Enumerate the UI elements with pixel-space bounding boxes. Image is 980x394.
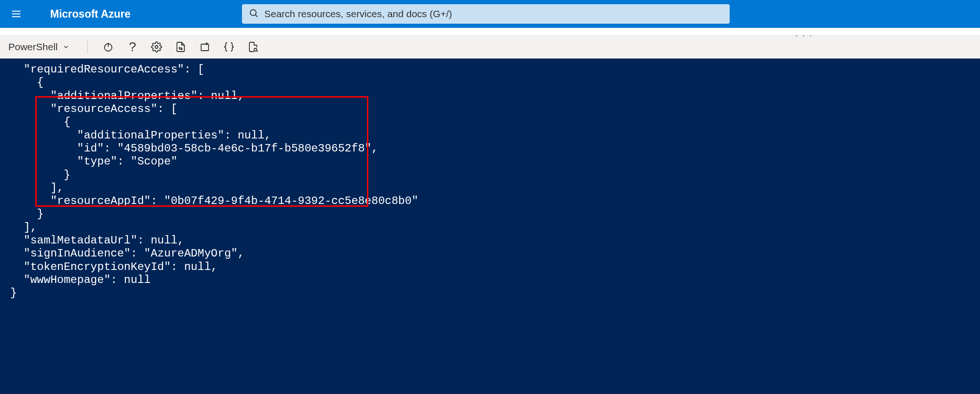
restart-button[interactable] bbox=[99, 38, 118, 56]
file-preview-icon bbox=[248, 41, 259, 53]
svg-point-13 bbox=[254, 48, 257, 51]
cloudshell-toolbar: PowerShell ? bbox=[0, 35, 980, 59]
help-icon: ? bbox=[129, 40, 136, 53]
shell-selector[interactable]: PowerShell bbox=[8, 41, 79, 53]
svg-line-14 bbox=[257, 51, 258, 52]
terminal-output[interactable]: "requiredResourceAccess": [ { "additiona… bbox=[0, 59, 980, 394]
toolbar-divider bbox=[87, 40, 88, 53]
gear-icon bbox=[151, 41, 162, 53]
azure-topbar: Microsoft Azure bbox=[0, 0, 980, 28]
new-session-icon bbox=[199, 41, 210, 53]
upload-download-button[interactable] bbox=[171, 38, 190, 56]
highlight-box bbox=[35, 96, 368, 207]
svg-rect-10 bbox=[201, 44, 209, 51]
shell-selector-label: PowerShell bbox=[8, 41, 58, 53]
overflow-dots[interactable]: . . . bbox=[795, 29, 813, 37]
global-search[interactable] bbox=[242, 4, 730, 24]
editor-button[interactable] bbox=[220, 38, 238, 56]
svg-point-7 bbox=[155, 46, 158, 48]
svg-point-3 bbox=[250, 10, 256, 16]
search-input[interactable] bbox=[264, 8, 723, 20]
settings-button[interactable] bbox=[147, 38, 166, 56]
preview-button[interactable] bbox=[244, 38, 262, 56]
brand-title[interactable]: Microsoft Azure bbox=[50, 8, 131, 20]
file-transfer-icon bbox=[175, 41, 186, 53]
svg-line-4 bbox=[255, 15, 258, 17]
chevron-down-icon bbox=[62, 43, 70, 51]
new-session-button[interactable] bbox=[196, 38, 214, 56]
search-icon bbox=[248, 8, 264, 20]
hamburger-menu-button[interactable] bbox=[5, 2, 28, 26]
help-button[interactable]: ? bbox=[123, 38, 142, 56]
braces-icon bbox=[223, 41, 235, 53]
